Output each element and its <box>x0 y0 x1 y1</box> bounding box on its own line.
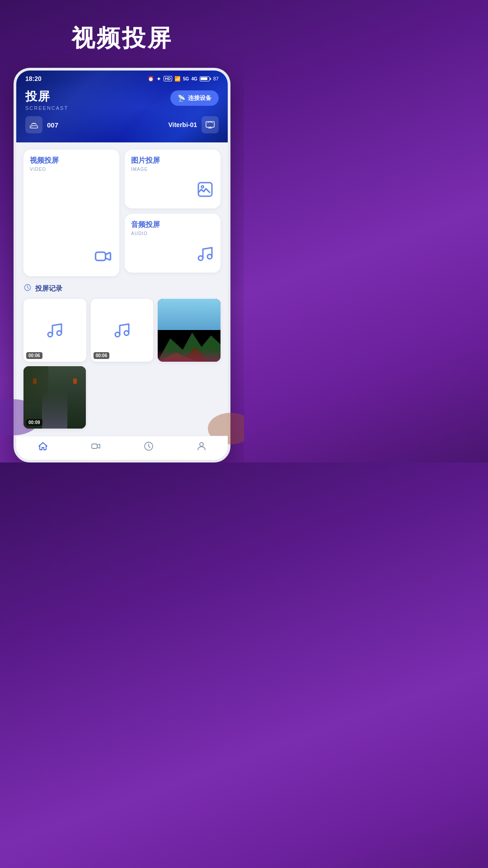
alarm-icon: ⏰ <box>148 76 154 82</box>
svg-point-1 <box>32 127 33 127</box>
nav-item-video[interactable] <box>90 441 101 454</box>
nav-history-icon <box>143 441 154 454</box>
app-title-sub: SCREENCAST <box>25 105 68 111</box>
wifi-icon: 📶 <box>174 76 181 82</box>
history-item-audio-2[interactable]: 00:06 <box>91 299 154 362</box>
audio-card-title: 音频投屏 <box>131 220 214 230</box>
device-name: Viterbi-01 <box>168 121 197 128</box>
svg-point-6 <box>198 256 203 260</box>
svg-point-5 <box>202 186 204 188</box>
svg-point-7 <box>207 255 212 259</box>
nav-video-icon <box>90 441 101 454</box>
history-item-mountain[interactable] <box>158 299 221 362</box>
audio-card-sub: AUDIO <box>131 231 214 236</box>
nav-item-history[interactable] <box>143 441 154 454</box>
video-card-icon <box>93 246 113 270</box>
page-title: 视频投屏 <box>71 23 173 54</box>
svg-point-10 <box>57 331 61 335</box>
svg-rect-17 <box>92 444 97 448</box>
bottom-nav <box>16 436 228 460</box>
battery-level: 87 <box>213 76 219 81</box>
history-grid: 00:06 00:06 <box>23 299 221 362</box>
signal-5g-icon: 5G <box>183 76 189 81</box>
status-bar: 18:20 ⏰ ✦ HD 📶 5G 4G 87 <box>16 71 228 84</box>
connect-btn-label: 连接设备 <box>188 94 211 102</box>
router-icon <box>29 120 39 130</box>
device-bar: 007 Viterbi-01 <box>16 111 228 133</box>
phone-header: 18:20 ⏰ ✦ HD 📶 5G 4G 87 投屏 <box>16 71 228 142</box>
video-card-sub: VIDEO <box>30 167 113 172</box>
device-right: Viterbi-01 <box>168 116 219 133</box>
signal-4g-icon: 4G <box>191 76 197 81</box>
history-duration-1: 00:06 <box>26 352 42 359</box>
video-card-title: 视频投屏 <box>30 156 113 165</box>
svg-point-12 <box>124 331 129 335</box>
bluetooth-icon: ✦ <box>156 75 161 82</box>
history-title: 投屏记录 <box>35 284 62 293</box>
history-item-rain[interactable]: 00:09 <box>23 366 86 429</box>
hd-badge: HD <box>164 76 172 81</box>
video-cast-card[interactable]: 视频投屏 VIDEO <box>23 150 119 276</box>
battery-icon <box>200 76 211 81</box>
audio-card-icon <box>196 245 214 266</box>
device-left: 007 <box>25 116 58 133</box>
audio-history-icon-2 <box>113 321 131 339</box>
nav-item-profile[interactable] <box>196 441 207 454</box>
router-icon-box[interactable] <box>25 116 42 133</box>
image-cast-card[interactable]: 图片投屏 IMAGE <box>125 150 221 208</box>
nav-home-icon <box>38 441 48 454</box>
connect-button[interactable]: 📡 连接设备 <box>170 90 219 106</box>
feature-grid: 视频投屏 VIDEO 图片投屏 IMAGE <box>23 150 221 276</box>
nav-profile-icon <box>196 441 207 454</box>
history-duration-rain: 00:09 <box>26 419 42 426</box>
phone-body: 视频投屏 VIDEO 图片投屏 IMAGE <box>16 142 228 436</box>
image-card-icon <box>196 180 214 202</box>
app-title-area: 投屏 SCREENCAST <box>25 89 68 111</box>
svg-point-11 <box>115 332 120 337</box>
history-row2: 00:09 <box>23 366 221 429</box>
history-section: 投屏记录 00:06 <box>23 283 221 429</box>
audio-history-icon-1 <box>46 321 64 339</box>
device-number: 007 <box>47 121 58 129</box>
status-time: 18:20 <box>25 75 42 82</box>
history-clock-icon <box>23 283 32 293</box>
right-column: 图片投屏 IMAGE 音频投屏 AUDIO <box>125 150 221 276</box>
history-item-audio-1[interactable]: 00:06 <box>23 299 86 362</box>
history-duration-2: 00:06 <box>94 352 110 359</box>
nav-item-home[interactable] <box>38 441 48 454</box>
svg-rect-3 <box>96 252 106 260</box>
cast-connect-icon: 📡 <box>178 94 185 102</box>
screencast-icon <box>205 120 215 130</box>
app-header-content: 投屏 SCREENCAST 📡 连接设备 <box>16 84 228 111</box>
image-card-title: 图片投屏 <box>131 156 214 165</box>
svg-point-9 <box>48 332 52 337</box>
cast-icon-box[interactable] <box>202 116 219 133</box>
svg-rect-0 <box>30 126 38 128</box>
app-title-main: 投屏 <box>25 89 68 104</box>
image-card-sub: IMAGE <box>131 167 214 172</box>
audio-cast-card[interactable]: 音频投屏 AUDIO <box>125 214 221 273</box>
history-header: 投屏记录 <box>23 283 221 293</box>
status-icons: ⏰ ✦ HD 📶 5G 4G 87 <box>148 75 219 82</box>
svg-point-19 <box>200 443 203 446</box>
phone-frame: 18:20 ⏰ ✦ HD 📶 5G 4G 87 投屏 <box>14 68 230 462</box>
